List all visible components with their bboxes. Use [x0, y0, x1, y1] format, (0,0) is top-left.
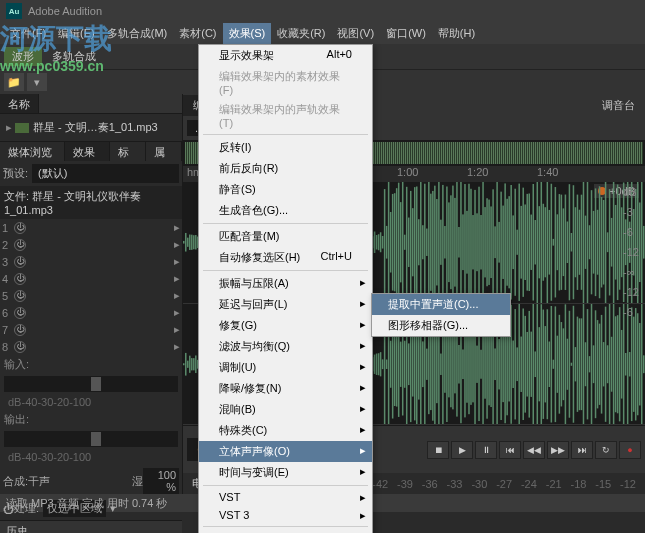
menu-item[interactable]: 调制(U)▸ — [199, 357, 372, 378]
menu-item[interactable]: 特殊类(C)▸ — [199, 420, 372, 441]
mix-value[interactable]: 100 % — [143, 468, 179, 494]
power-icon[interactable]: ⏻ — [14, 324, 26, 336]
menu-edit[interactable]: 编辑(E) — [52, 23, 101, 44]
power-icon[interactable]: ⏻ — [14, 341, 26, 353]
skip-next-button[interactable]: ⏭ — [571, 441, 593, 459]
svg-rect-412 — [549, 341, 551, 387]
submenu-item[interactable]: 提取中置声道(C)... — [372, 294, 510, 315]
menu-favorites[interactable]: 收藏夹(R) — [271, 23, 331, 44]
svg-rect-109 — [402, 182, 404, 303]
loop-button[interactable]: ↻ — [595, 441, 617, 459]
svg-rect-149 — [482, 182, 484, 303]
fx-slot[interactable]: 8⏻▸ — [0, 338, 182, 355]
fx-slot-arrow-icon[interactable]: ▸ — [174, 323, 180, 336]
waveform-view-button[interactable]: 波形 — [4, 47, 42, 66]
tab-markers[interactable]: 标记 — [110, 142, 146, 161]
record-button[interactable]: ● — [619, 441, 641, 459]
fx-slot-arrow-icon[interactable]: ▸ — [174, 238, 180, 251]
menu-item[interactable]: 生成音色(G)... — [199, 200, 372, 221]
svg-rect-206 — [597, 210, 599, 275]
svg-rect-235 — [193, 358, 195, 370]
svg-rect-444 — [613, 304, 615, 425]
menu-item[interactable]: 降噪/修复(N)▸ — [199, 378, 372, 399]
rewind-button[interactable]: ◀◀ — [523, 441, 545, 459]
preset-select[interactable]: (默认) — [32, 164, 179, 183]
fx-slot[interactable]: 7⏻▸ — [0, 321, 182, 338]
power-icon[interactable]: ⏻ — [14, 290, 26, 302]
fx-slot[interactable]: 5⏻▸ — [0, 287, 182, 304]
menu-item[interactable]: 立体声声像(O)▸ — [199, 441, 372, 462]
power-icon[interactable]: ⏻ — [14, 307, 26, 319]
power-icon[interactable]: ⏻ — [14, 256, 26, 268]
svg-rect-402 — [528, 310, 530, 417]
skip-prev-button[interactable]: ⏮ — [499, 441, 521, 459]
svg-rect-437 — [599, 323, 601, 404]
stop-button[interactable]: ⏹ — [427, 441, 449, 459]
menu-item[interactable]: VST 3▸ — [199, 506, 372, 524]
svg-rect-331 — [386, 359, 388, 368]
svg-rect-231 — [185, 352, 187, 375]
menu-item[interactable]: 静音(S) — [199, 179, 372, 200]
power-icon[interactable]: ⏻ — [14, 273, 26, 285]
mixer-tab[interactable]: 调音台 — [592, 95, 645, 116]
menu-item[interactable]: 匹配音量(M) — [199, 226, 372, 247]
history-panel-header[interactable]: 历史 — [0, 520, 182, 533]
menu-effects[interactable]: 效果(S) — [223, 23, 272, 44]
menu-item[interactable]: 自动修复选区(H)Ctrl+U — [199, 247, 372, 268]
svg-rect-117 — [418, 219, 420, 265]
fx-slot-arrow-icon[interactable]: ▸ — [174, 306, 180, 319]
fx-slot-arrow-icon[interactable]: ▸ — [174, 221, 180, 234]
menu-item[interactable]: 滤波与均衡(Q)▸ — [199, 336, 372, 357]
svg-rect-148 — [480, 215, 482, 269]
menu-item[interactable]: 修复(G)▸ — [199, 315, 372, 336]
fx-slot[interactable]: 6⏻▸ — [0, 304, 182, 321]
fx-slot[interactable]: 1⏻▸ — [0, 219, 182, 236]
menu-item[interactable]: 显示效果架Alt+0 — [199, 45, 372, 66]
new-file-icon[interactable]: ▾ — [27, 73, 47, 91]
output-fader[interactable] — [0, 429, 182, 449]
fx-slot-arrow-icon[interactable]: ▸ — [174, 289, 180, 302]
ffwd-button[interactable]: ▶▶ — [547, 441, 569, 459]
fx-slot[interactable]: 2⏻▸ — [0, 236, 182, 253]
menu-item[interactable]: 音频插件管理器(P)... — [199, 529, 372, 533]
tab-effects-rack[interactable]: 效果架 — [65, 142, 111, 161]
menu-clip[interactable]: 素材(C) — [173, 23, 222, 44]
svg-rect-176 — [537, 182, 539, 303]
submenu-item[interactable]: 图形移相器(G)... — [372, 315, 510, 336]
menu-multitrack[interactable]: 多轨合成(M) — [101, 23, 174, 44]
menu-window[interactable]: 窗口(W) — [380, 23, 432, 44]
fx-slot[interactable]: 3⏻▸ — [0, 253, 182, 270]
pause-button[interactable]: ⏸ — [475, 441, 497, 459]
menu-item[interactable]: 前后反向(R) — [199, 158, 372, 179]
menu-help[interactable]: 帮助(H) — [432, 23, 481, 44]
title-bar: Au Adobe Audition — [0, 0, 645, 22]
svg-rect-185 — [555, 187, 557, 297]
tab-properties[interactable]: 属性 — [146, 142, 182, 161]
menu-item[interactable]: 振幅与压限(A)▸ — [199, 273, 372, 294]
menu-file[interactable]: 文件(F) — [4, 23, 52, 44]
menu-item[interactable]: VST▸ — [199, 488, 372, 506]
fx-slot-arrow-icon[interactable]: ▸ — [174, 272, 180, 285]
power-icon[interactable]: ⏻ — [14, 222, 26, 234]
fx-slot[interactable]: 4⏻▸ — [0, 270, 182, 287]
files-tab-header[interactable]: 名称 — [0, 94, 39, 113]
menu-item[interactable]: 时间与变调(E)▸ — [199, 462, 372, 483]
menu-view[interactable]: 视图(V) — [331, 23, 380, 44]
play-button[interactable]: ▶ — [451, 441, 473, 459]
menu-item[interactable]: 混响(B)▸ — [199, 399, 372, 420]
svg-rect-161 — [506, 199, 508, 286]
fx-slot-arrow-icon[interactable]: ▸ — [174, 340, 180, 353]
file-list-item[interactable]: ▸ 群星 - 文明…奏1_01.mp3 — [4, 118, 178, 137]
power-icon[interactable]: ⏻ — [14, 239, 26, 251]
multitrack-view-button[interactable]: 多轨合成 — [46, 47, 102, 66]
input-fader[interactable] — [0, 374, 182, 394]
tab-media-browser[interactable]: 媒体浏览器 — [0, 142, 65, 161]
menu-item[interactable]: 反转(I) — [199, 137, 372, 158]
svg-rect-229 — [643, 226, 645, 259]
fx-slot-arrow-icon[interactable]: ▸ — [174, 255, 180, 268]
menu-item[interactable]: 延迟与回声(L)▸ — [199, 294, 372, 315]
svg-rect-128 — [440, 220, 442, 265]
svg-rect-192 — [569, 184, 571, 300]
open-file-icon[interactable]: 📁 — [4, 73, 24, 91]
svg-rect-4 — [191, 235, 193, 250]
